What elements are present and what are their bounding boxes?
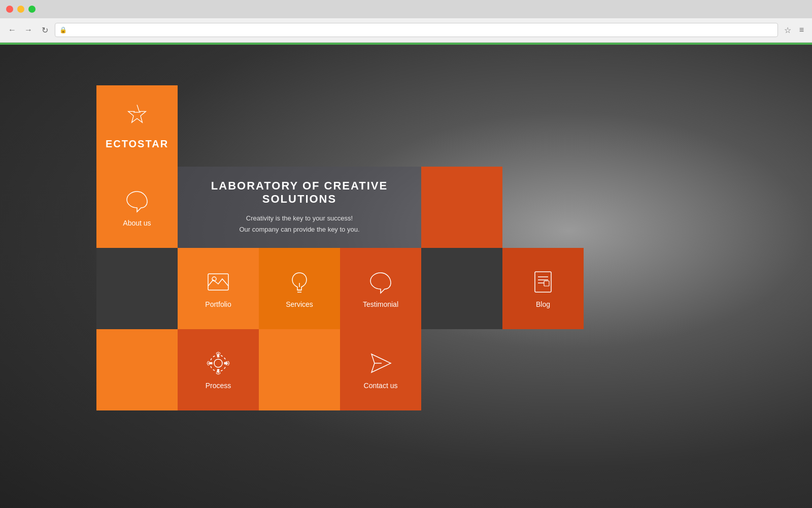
empty-r2c4: [421, 248, 502, 329]
svg-point-12: [210, 355, 226, 371]
mosaic-row-0: ECTOSTAR: [96, 85, 584, 167]
send-icon: [367, 350, 394, 376]
logo-icon: [124, 103, 150, 129]
back-button[interactable]: ←: [6, 24, 18, 36]
logo-label: ECTOSTAR: [106, 138, 168, 150]
contact-label: Contact us: [364, 382, 398, 390]
about-us-tile[interactable]: About us: [96, 167, 178, 248]
logo-tile[interactable]: ECTOSTAR: [96, 85, 178, 167]
process-tile[interactable]: Process: [178, 329, 259, 410]
mosaic-grid: ECTOSTAR About us LABORATORY OF CREATIVE…: [96, 85, 584, 410]
browser-chrome: ← → ↻ 🔒 ☆ ≡: [0, 0, 812, 43]
browser-titlebar: [0, 0, 812, 18]
empty-r1c4: [421, 167, 502, 248]
bookmark-icon[interactable]: ☆: [782, 25, 793, 35]
contact-tile[interactable]: Contact us: [340, 329, 421, 410]
empty-r2c0: [96, 248, 178, 329]
hero-title: LABORATORY OF CREATIVE SOLUTIONS: [188, 179, 411, 206]
address-bar[interactable]: 🔒: [55, 23, 778, 37]
mosaic-row-2: Portfolio Services Testimonial: [96, 248, 584, 329]
website-content: ECTOSTAR About us LABORATORY OF CREATIVE…: [0, 45, 812, 508]
empty-r0c2: [259, 85, 340, 167]
portfolio-tile[interactable]: Portfolio: [178, 248, 259, 329]
empty-r0c1: [178, 85, 259, 167]
blog-label: Blog: [536, 300, 550, 308]
empty-r3c2: [259, 329, 340, 410]
mosaic-row-3: Process Contact us: [96, 329, 584, 410]
testimonial-label: Testimonial: [363, 300, 398, 308]
testimonial-tile[interactable]: Testimonial: [340, 248, 421, 329]
hero-subtitle: Creativity is the key to your success! O…: [239, 213, 359, 235]
empty-r3c0: [96, 329, 178, 410]
refresh-button[interactable]: ↻: [39, 24, 51, 36]
services-tile[interactable]: Services: [259, 248, 340, 329]
svg-point-11: [214, 359, 222, 367]
gear-icon: [205, 350, 231, 376]
portfolio-label: Portfolio: [205, 300, 231, 308]
browser-toolbar: ← → ↻ 🔒 ☆ ≡: [0, 18, 812, 42]
lock-icon: 🔒: [59, 26, 67, 34]
services-label: Services: [286, 300, 313, 308]
chat-icon: [124, 187, 150, 214]
svg-rect-6: [535, 272, 551, 292]
image-icon: [205, 269, 231, 295]
menu-icon[interactable]: ≡: [797, 25, 806, 35]
blog-tile[interactable]: Blog: [502, 248, 584, 329]
about-us-label: About us: [123, 219, 151, 227]
mosaic-row-1: About us LABORATORY OF CREATIVE SOLUTION…: [96, 167, 584, 248]
empty-r0c4: [421, 85, 502, 167]
document-icon: [530, 269, 556, 295]
maximize-button[interactable]: [28, 6, 36, 13]
close-button[interactable]: [6, 6, 13, 13]
empty-r0c3: [340, 85, 421, 167]
forward-button[interactable]: →: [22, 24, 35, 36]
hero-text-area: LABORATORY OF CREATIVE SOLUTIONS Creativ…: [178, 167, 421, 248]
minimize-button[interactable]: [17, 6, 24, 13]
lightbulb-icon: [286, 269, 313, 295]
svg-rect-10: [544, 281, 549, 286]
process-label: Process: [206, 382, 231, 390]
empty-r3c4: [421, 329, 502, 410]
speech-icon: [367, 269, 394, 295]
